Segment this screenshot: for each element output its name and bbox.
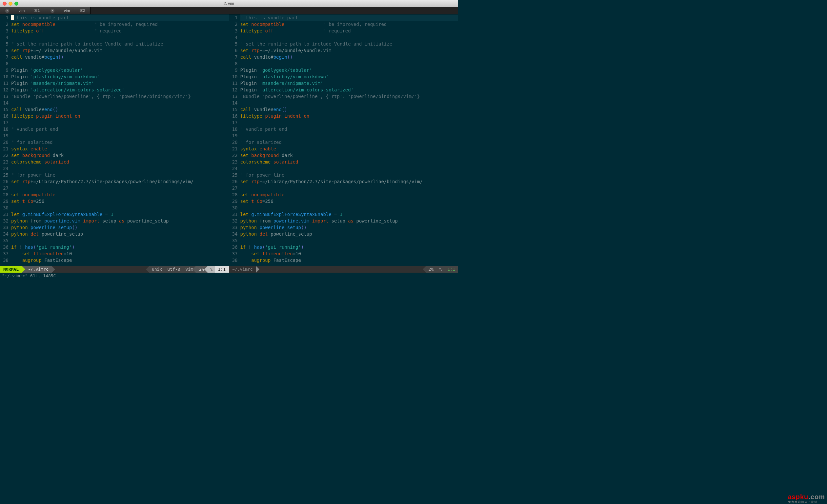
code-line: "Bundle 'powerline/powerline', {'rtp': '… [11, 93, 229, 100]
code-line: call vundle#begin() [240, 54, 458, 60]
code-line: set rtp+=~/.vim/bundle/Vundle.vim [11, 47, 229, 54]
close-icon[interactable]: × [5, 9, 9, 13]
code-line: python powerline_setup() [11, 224, 229, 231]
code-line [240, 205, 458, 211]
code-line: set nocompatible " be iMproved, required [11, 21, 229, 27]
tab-shortcut: ⌘1 [34, 8, 40, 13]
code-line: python from powerline.vim import setup a… [240, 218, 458, 224]
code-line [11, 34, 229, 41]
code-line: set nocompatible [11, 191, 229, 198]
code-line [240, 185, 458, 191]
code-line: set rtp+=/Library/Python/2.7/site-packag… [240, 178, 458, 185]
code-line: Plugin 'msanders/snipmate.vim' [240, 80, 458, 87]
code-line: syntax enable [11, 146, 229, 152]
code-line [240, 119, 458, 126]
code-line: augroup FastEscape [11, 257, 229, 264]
code-line [11, 100, 229, 106]
code-line: filetype plugin indent on [11, 113, 229, 119]
code-line: " this is vundle part [240, 14, 458, 21]
code-line: " for solarized [11, 139, 229, 146]
line-gutter: 1234567891011121314151617181920212223242… [0, 14, 10, 266]
code-line: set t_Co=256 [11, 198, 229, 205]
code-line: set ttimeoutlen=10 [240, 250, 458, 257]
statusline: NORMAL ~/.vimrc unix utf-8 vim 2% ␤ 1:1 … [0, 266, 458, 273]
code-area[interactable]: " this is vundle partset nocompatible " … [240, 14, 458, 266]
cursor-pos: 1:1 [445, 266, 458, 273]
code-line: " for power line [11, 172, 229, 178]
code-line: let g:minBufExplForceSyntaxEnable = 1 [11, 211, 229, 218]
code-line: filetype off " required [11, 27, 229, 34]
code-line: python powerline_setup() [240, 224, 458, 231]
statusline-left-pane: NORMAL ~/.vimrc unix utf-8 vim 2% ␤ 1:1 [0, 266, 229, 273]
code-line [240, 237, 458, 244]
file-path: ~/.vimrc [22, 266, 52, 273]
code-line: python del powerline_setup [11, 231, 229, 237]
code-line [240, 165, 458, 172]
code-line [11, 132, 229, 139]
code-line: Plugin 'plasticboy/vim-markdown' [240, 73, 458, 80]
code-line: python del powerline_setup [240, 231, 458, 237]
statusline-right-pane: ~/.vimrc 2% ␤ 1:1 [229, 266, 458, 273]
code-line: " set the runtime path to include Vundle… [240, 41, 458, 47]
code-line: " vundle part end [240, 126, 458, 132]
code-line [11, 119, 229, 126]
code-line: " vundle part end [11, 126, 229, 132]
editor-area: 1234567891011121314151617181920212223242… [0, 14, 458, 266]
code-line [240, 100, 458, 106]
code-area[interactable]: this is vundle partset nocompatible " be… [10, 14, 229, 266]
code-line: this is vundle part [11, 14, 229, 21]
code-line [240, 132, 458, 139]
pane-left[interactable]: 1234567891011121314151617181920212223242… [0, 14, 229, 266]
line-gutter: 1234567891011121314151617181920212223242… [229, 14, 240, 266]
code-line: colorscheme solarized [11, 159, 229, 165]
code-line: filetype plugin indent on [240, 113, 458, 119]
code-line: set rtp+=/Library/Python/2.7/site-packag… [11, 178, 229, 185]
code-line: python from powerline.vim import setup a… [11, 218, 229, 224]
code-line: Plugin 'godlygeek/tabular' [11, 67, 229, 73]
code-line: Plugin 'altercation/vim-colors-solarized… [11, 87, 229, 93]
command-line[interactable]: "~/.vimrc" 61L, 1485C [0, 273, 458, 279]
code-line: call vundle#end() [11, 106, 229, 113]
code-line: augroup FastEscape [240, 257, 458, 264]
code-line: "Bundle 'powerline/powerline', {'rtp': '… [240, 93, 458, 100]
code-line: Plugin 'altercation/vim-colors-solarized… [240, 87, 458, 93]
code-line: set t_Co=256 [240, 198, 458, 205]
tab-shortcut: ⌘2 [79, 8, 85, 13]
code-line: set background=dark [11, 152, 229, 159]
pane-right[interactable]: 1234567891011121314151617181920212223242… [229, 14, 458, 266]
code-line: colorscheme solarized [240, 159, 458, 165]
tab-label: vim [12, 8, 32, 13]
code-line [11, 205, 229, 211]
tab-bar: × vim ⌘1 × vim ⌘2 [0, 7, 458, 14]
code-line: call vundle#end() [240, 106, 458, 113]
line-icon: ␤ [436, 266, 445, 273]
line-icon: ␤ [207, 266, 215, 273]
code-line: set background=dark [240, 152, 458, 159]
code-line: Plugin 'msanders/snipmate.vim' [11, 80, 229, 87]
code-line: " set the runtime path to include Vundle… [11, 41, 229, 47]
cmdline-text: "~/.vimrc" 61L, 1485C [2, 273, 56, 279]
code-line: Plugin 'plasticboy/vim-markdown' [11, 73, 229, 80]
code-line: filetype off " required [240, 27, 458, 34]
code-line: if ! has('gui_running') [240, 244, 458, 250]
code-line: if ! has('gui_running') [11, 244, 229, 250]
code-line: let g:minBufExplForceSyntaxEnable = 1 [240, 211, 458, 218]
tab-2[interactable]: × vim ⌘2 [45, 7, 91, 14]
code-line: set ttimeoutlen=10 [11, 250, 229, 257]
code-line: set rtp+=~/.vim/bundle/Vundle.vim [240, 47, 458, 54]
cursor-pos: 1:1 [215, 266, 229, 273]
code-line: call vundle#begin() [11, 54, 229, 60]
code-line [11, 60, 229, 67]
close-icon[interactable]: × [50, 9, 54, 13]
tab-label: vim [57, 8, 77, 13]
code-line [11, 165, 229, 172]
window-title: 2. vim [0, 1, 458, 6]
code-line [240, 60, 458, 67]
code-line: set nocompatible [240, 191, 458, 198]
tab-1[interactable]: × vim ⌘1 [0, 7, 45, 14]
code-line: Plugin 'godlygeek/tabular' [240, 67, 458, 73]
code-line [11, 185, 229, 191]
titlebar: 2. vim [0, 0, 458, 7]
code-line: set nocompatible " be iMproved, required [240, 21, 458, 27]
mode-indicator: NORMAL [0, 266, 22, 273]
